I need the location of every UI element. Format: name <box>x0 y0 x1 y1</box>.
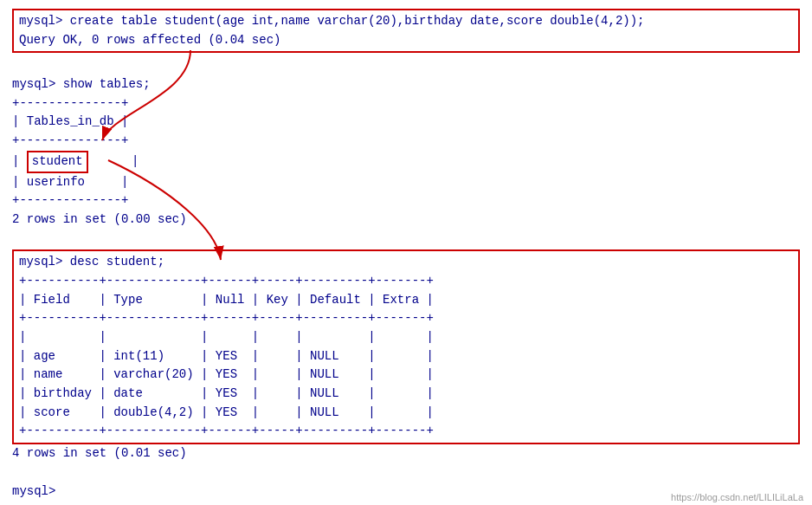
desc-row-age: | age | int(11) | YES | | NULL | | <box>19 347 793 366</box>
table-border-3: +--------------+ <box>12 191 800 210</box>
desc-line: mysql> desc student; <box>19 253 793 272</box>
watermark: https://blog.csdn.net/LILILiLaLa <box>671 492 803 502</box>
student-highlight: student <box>27 151 88 173</box>
desc-row-score: | score | double(4,2) | YES | | NULL | | <box>19 404 793 423</box>
blank-1 <box>12 56 800 75</box>
desc-header: | Field | Type | Null | Key | Default | … <box>19 291 793 310</box>
prompt-3: mysql> <box>19 255 70 269</box>
table-row-student: | student | <box>12 151 800 173</box>
desc-empty: | | | | | | | <box>19 328 793 347</box>
create-line: mysql> create table student(age int,name… <box>19 12 793 31</box>
create-table-block: mysql> create table student(age int,name… <box>12 9 800 53</box>
prompt-1: mysql> <box>19 14 70 28</box>
desc-border-3: +----------+-------------+------+-----+-… <box>19 422 793 441</box>
desc-result: 4 rows in set (0.01 sec) <box>12 444 800 463</box>
create-cmd: create table student(age int,name varcha… <box>70 14 645 28</box>
desc-cmd: desc student; <box>70 255 164 269</box>
desc-student-block: mysql> desc student; +----------+-------… <box>12 249 800 444</box>
desc-row-name: | name | varchar(20) | YES | | NULL | | <box>19 366 793 385</box>
desc-border-1: +----------+-------------+------+-----+-… <box>19 272 793 291</box>
prompt-2: mysql> <box>12 77 63 91</box>
table-row-userinfo: | userinfo | <box>12 173 800 192</box>
table-border-2: +--------------+ <box>12 132 800 151</box>
table-header: | Tables_in_db | <box>12 113 800 132</box>
blank-3 <box>12 463 800 482</box>
desc-row-birthday: | birthday | date | YES | | NULL | | <box>19 385 793 404</box>
prompt-final: mysql> <box>12 484 63 498</box>
show-result: 2 rows in set (0.00 sec) <box>12 210 800 230</box>
table-border-1: +--------------+ <box>12 94 800 113</box>
show-line: mysql> show tables; <box>12 75 800 94</box>
create-result: Query OK, 0 rows affected (0.04 sec) <box>19 31 793 50</box>
desc-border-2: +----------+-------------+------+-----+-… <box>19 309 793 328</box>
show-cmd: show tables; <box>63 77 151 91</box>
blank-2 <box>12 230 800 249</box>
terminal-window: mysql> create table student(age int,name… <box>0 0 812 505</box>
show-tables-block: mysql> show tables; +--------------+ | T… <box>12 75 800 230</box>
